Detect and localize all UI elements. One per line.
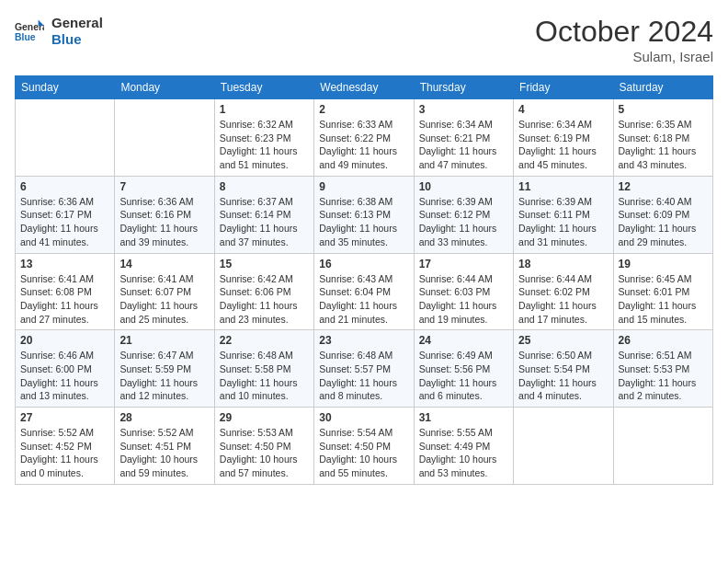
day-info: Sunrise: 6:38 AM Sunset: 6:13 PM Dayligh… <box>319 195 408 249</box>
calendar-cell: 29Sunrise: 5:53 AM Sunset: 4:50 PM Dayli… <box>214 408 313 485</box>
day-number: 7 <box>119 180 209 193</box>
logo: General Blue General Blue <box>15 15 103 48</box>
day-info: Sunrise: 6:37 AM Sunset: 6:14 PM Dayligh… <box>220 195 309 249</box>
calendar-cell: 27Sunrise: 5:52 AM Sunset: 4:52 PM Dayli… <box>16 408 115 485</box>
day-number: 20 <box>20 334 109 347</box>
day-number: 12 <box>619 180 708 193</box>
calendar-cell: 16Sunrise: 6:43 AM Sunset: 6:04 PM Dayli… <box>314 253 414 330</box>
day-info: Sunrise: 6:45 AM Sunset: 6:01 PM Dayligh… <box>619 272 708 327</box>
day-number: 5 <box>619 103 708 116</box>
calendar-cell <box>115 99 214 177</box>
calendar-cell: 11Sunrise: 6:39 AM Sunset: 6:11 PM Dayli… <box>514 176 613 253</box>
day-number: 14 <box>119 258 209 270</box>
logo-general-text: General <box>51 15 103 31</box>
calendar-cell: 5Sunrise: 6:35 AM Sunset: 6:18 PM Daylig… <box>613 99 712 177</box>
day-number: 8 <box>220 180 309 193</box>
calendar-cell: 30Sunrise: 5:54 AM Sunset: 4:50 PM Dayli… <box>314 408 414 485</box>
calendar-cell: 4Sunrise: 6:34 AM Sunset: 6:19 PM Daylig… <box>514 99 613 177</box>
day-number: 17 <box>419 258 508 270</box>
day-info: Sunrise: 6:47 AM Sunset: 5:59 PM Dayligh… <box>119 349 209 403</box>
month-title: October 2024 <box>535 15 713 49</box>
col-header-saturday: Saturday <box>613 76 712 99</box>
day-info: Sunrise: 6:51 AM Sunset: 5:53 PM Dayligh… <box>619 349 708 403</box>
day-number: 9 <box>319 180 408 193</box>
day-info: Sunrise: 6:36 AM Sunset: 6:17 PM Dayligh… <box>20 195 109 249</box>
col-header-sunday: Sunday <box>16 76 115 99</box>
day-info: Sunrise: 6:34 AM Sunset: 6:21 PM Dayligh… <box>419 118 508 172</box>
day-number: 11 <box>518 180 608 193</box>
calendar-week-1: 1Sunrise: 6:32 AM Sunset: 6:23 PM Daylig… <box>16 99 713 177</box>
day-number: 1 <box>220 103 309 116</box>
day-number: 28 <box>119 411 209 424</box>
day-info: Sunrise: 5:53 AM Sunset: 4:50 PM Dayligh… <box>220 426 309 480</box>
day-info: Sunrise: 6:41 AM Sunset: 6:07 PM Dayligh… <box>119 272 209 327</box>
calendar-cell: 8Sunrise: 6:37 AM Sunset: 6:14 PM Daylig… <box>214 176 313 253</box>
calendar-cell: 12Sunrise: 6:40 AM Sunset: 6:09 PM Dayli… <box>613 176 712 253</box>
calendar-cell: 2Sunrise: 6:33 AM Sunset: 6:22 PM Daylig… <box>314 99 414 177</box>
day-number: 19 <box>619 258 708 270</box>
day-info: Sunrise: 6:32 AM Sunset: 6:23 PM Dayligh… <box>220 118 309 172</box>
day-number: 16 <box>319 258 408 270</box>
calendar-cell: 3Sunrise: 6:34 AM Sunset: 6:21 PM Daylig… <box>414 99 513 177</box>
day-number: 3 <box>419 103 508 116</box>
calendar-cell: 19Sunrise: 6:45 AM Sunset: 6:01 PM Dayli… <box>613 253 712 330</box>
day-number: 2 <box>319 103 408 116</box>
day-number: 15 <box>220 258 309 270</box>
day-number: 6 <box>20 180 109 193</box>
day-number: 13 <box>20 258 109 270</box>
day-info: Sunrise: 6:39 AM Sunset: 6:11 PM Dayligh… <box>518 195 608 249</box>
day-number: 4 <box>518 103 608 116</box>
day-number: 29 <box>220 411 309 424</box>
day-info: Sunrise: 6:46 AM Sunset: 6:00 PM Dayligh… <box>20 349 109 403</box>
col-header-monday: Monday <box>115 76 214 99</box>
calendar-cell <box>613 408 712 485</box>
day-info: Sunrise: 6:35 AM Sunset: 6:18 PM Dayligh… <box>619 118 708 172</box>
day-info: Sunrise: 5:54 AM Sunset: 4:50 PM Dayligh… <box>319 426 408 480</box>
calendar-cell: 13Sunrise: 6:41 AM Sunset: 6:08 PM Dayli… <box>16 253 115 330</box>
day-info: Sunrise: 6:44 AM Sunset: 6:02 PM Dayligh… <box>518 272 608 327</box>
day-number: 25 <box>518 334 608 347</box>
page-header: General Blue General Blue October 2024 S… <box>15 15 713 64</box>
day-info: Sunrise: 6:48 AM Sunset: 5:57 PM Dayligh… <box>319 349 408 403</box>
day-number: 27 <box>20 411 109 424</box>
calendar-cell: 10Sunrise: 6:39 AM Sunset: 6:12 PM Dayli… <box>414 176 513 253</box>
day-info: Sunrise: 6:43 AM Sunset: 6:04 PM Dayligh… <box>319 272 408 327</box>
day-info: Sunrise: 6:49 AM Sunset: 5:56 PM Dayligh… <box>419 349 508 403</box>
calendar-cell: 21Sunrise: 6:47 AM Sunset: 5:59 PM Dayli… <box>115 330 214 408</box>
calendar-cell <box>514 408 613 485</box>
logo-icon: General Blue <box>15 18 44 44</box>
day-info: Sunrise: 6:40 AM Sunset: 6:09 PM Dayligh… <box>619 195 708 249</box>
calendar-cell: 31Sunrise: 5:55 AM Sunset: 4:49 PM Dayli… <box>414 408 513 485</box>
calendar-cell: 7Sunrise: 6:36 AM Sunset: 6:16 PM Daylig… <box>115 176 214 253</box>
calendar-week-4: 20Sunrise: 6:46 AM Sunset: 6:00 PM Dayli… <box>16 330 713 408</box>
day-number: 24 <box>419 334 508 347</box>
day-info: Sunrise: 6:36 AM Sunset: 6:16 PM Dayligh… <box>119 195 209 249</box>
day-info: Sunrise: 6:50 AM Sunset: 5:54 PM Dayligh… <box>518 349 608 403</box>
calendar-header-row: SundayMondayTuesdayWednesdayThursdayFrid… <box>16 76 713 99</box>
svg-text:Blue: Blue <box>15 32 36 42</box>
calendar-cell <box>16 99 115 177</box>
calendar-cell: 15Sunrise: 6:42 AM Sunset: 6:06 PM Dayli… <box>214 253 313 330</box>
day-number: 26 <box>619 334 708 347</box>
day-info: Sunrise: 6:42 AM Sunset: 6:06 PM Dayligh… <box>220 272 309 327</box>
day-number: 31 <box>419 411 508 424</box>
day-info: Sunrise: 6:48 AM Sunset: 5:58 PM Dayligh… <box>220 349 309 403</box>
day-info: Sunrise: 5:52 AM Sunset: 4:51 PM Dayligh… <box>119 426 209 480</box>
location: Sulam, Israel <box>535 49 713 64</box>
calendar-table: SundayMondayTuesdayWednesdayThursdayFrid… <box>15 75 713 485</box>
day-info: Sunrise: 6:39 AM Sunset: 6:12 PM Dayligh… <box>419 195 508 249</box>
col-header-friday: Friday <box>514 76 613 99</box>
calendar-body: 1Sunrise: 6:32 AM Sunset: 6:23 PM Daylig… <box>16 99 713 485</box>
day-info: Sunrise: 6:33 AM Sunset: 6:22 PM Dayligh… <box>319 118 408 172</box>
calendar-cell: 9Sunrise: 6:38 AM Sunset: 6:13 PM Daylig… <box>314 176 414 253</box>
calendar-cell: 24Sunrise: 6:49 AM Sunset: 5:56 PM Dayli… <box>414 330 513 408</box>
calendar-cell: 28Sunrise: 5:52 AM Sunset: 4:51 PM Dayli… <box>115 408 214 485</box>
title-block: October 2024 Sulam, Israel <box>535 15 713 64</box>
day-info: Sunrise: 6:44 AM Sunset: 6:03 PM Dayligh… <box>419 272 508 327</box>
day-number: 21 <box>119 334 209 347</box>
calendar-cell: 26Sunrise: 6:51 AM Sunset: 5:53 PM Dayli… <box>613 330 712 408</box>
day-number: 22 <box>220 334 309 347</box>
logo-blue-text: Blue <box>51 31 103 48</box>
calendar-cell: 6Sunrise: 6:36 AM Sunset: 6:17 PM Daylig… <box>16 176 115 253</box>
day-info: Sunrise: 5:52 AM Sunset: 4:52 PM Dayligh… <box>20 426 109 480</box>
